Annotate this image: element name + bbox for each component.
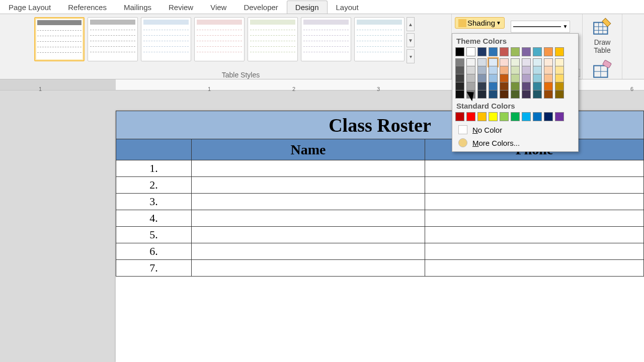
no-color-option[interactable]: No Color: [455, 123, 575, 136]
color-swatch[interactable]: [455, 90, 464, 99]
color-swatch[interactable]: [555, 58, 564, 66]
color-swatch[interactable]: [489, 74, 498, 82]
color-swatch[interactable]: [489, 90, 498, 99]
table-cell[interactable]: [192, 194, 425, 210]
color-swatch[interactable]: [544, 90, 553, 99]
color-swatch[interactable]: [533, 82, 542, 90]
color-swatch[interactable]: [477, 47, 487, 56]
color-swatch[interactable]: [489, 66, 498, 74]
table-cell[interactable]: [192, 243, 425, 260]
color-swatch[interactable]: [511, 90, 520, 99]
table-cell[interactable]: [192, 227, 425, 243]
color-swatch[interactable]: [544, 47, 553, 56]
color-swatch[interactable]: [533, 66, 542, 74]
table-row-number[interactable]: 1.: [116, 160, 192, 177]
color-swatch[interactable]: [500, 112, 509, 121]
color-swatch[interactable]: [466, 112, 475, 121]
table-style-option[interactable]: [141, 17, 191, 61]
table-cell[interactable]: [425, 210, 644, 227]
color-swatch[interactable]: [477, 90, 487, 99]
color-swatch[interactable]: [511, 47, 520, 56]
color-swatch[interactable]: [477, 66, 487, 74]
color-swatch[interactable]: [477, 112, 487, 121]
color-swatch[interactable]: [533, 74, 542, 82]
color-swatch[interactable]: [466, 47, 475, 56]
color-swatch[interactable]: [466, 90, 475, 99]
table-cell[interactable]: [425, 227, 644, 243]
color-swatch[interactable]: [533, 90, 542, 99]
color-swatch[interactable]: [511, 66, 520, 74]
tab-page-layout[interactable]: Page Layout: [0, 1, 59, 14]
color-swatch[interactable]: [466, 74, 475, 82]
color-swatch[interactable]: [555, 74, 564, 82]
color-swatch[interactable]: [500, 90, 509, 99]
color-swatch[interactable]: [522, 58, 531, 66]
color-swatch[interactable]: [455, 74, 464, 82]
table-row-number[interactable]: 6.: [116, 243, 192, 260]
color-swatch[interactable]: [555, 112, 564, 121]
tab-design[interactable]: Design: [287, 1, 328, 14]
color-swatch[interactable]: [455, 47, 464, 56]
color-swatch[interactable]: [522, 66, 531, 74]
color-swatch[interactable]: [533, 112, 542, 121]
color-swatch[interactable]: [544, 74, 553, 82]
color-swatch[interactable]: [544, 58, 553, 66]
color-swatch[interactable]: [511, 58, 520, 66]
table-cell[interactable]: [425, 243, 644, 260]
tab-references[interactable]: References: [59, 1, 115, 14]
color-swatch[interactable]: [466, 82, 475, 90]
color-swatch[interactable]: [522, 90, 531, 99]
color-swatch[interactable]: [511, 82, 520, 90]
gallery-scroll-up[interactable]: ▲: [407, 17, 415, 31]
table-style-option[interactable]: [354, 17, 405, 61]
color-swatch[interactable]: [533, 47, 542, 56]
color-swatch[interactable]: [489, 112, 498, 121]
gallery-scroll-down[interactable]: ▼: [407, 33, 415, 47]
more-colors-option[interactable]: More Colors...: [455, 136, 575, 149]
table-style-option[interactable]: [194, 17, 245, 61]
color-swatch[interactable]: [500, 47, 509, 56]
tab-developer[interactable]: Developer: [235, 1, 286, 14]
color-swatch[interactable]: [555, 66, 564, 74]
color-swatch[interactable]: [544, 66, 553, 74]
color-swatch[interactable]: [500, 74, 509, 82]
table-header-cell[interactable]: Name: [192, 139, 425, 160]
table-row-number[interactable]: 7.: [116, 260, 192, 277]
table-cell[interactable]: [192, 177, 425, 194]
color-swatch[interactable]: [500, 66, 509, 74]
color-swatch[interactable]: [522, 112, 531, 121]
color-swatch[interactable]: [477, 82, 487, 90]
tab-mailings[interactable]: Mailings: [115, 1, 160, 14]
color-swatch[interactable]: [489, 47, 498, 56]
color-swatch[interactable]: [522, 82, 531, 90]
color-swatch[interactable]: [511, 112, 520, 121]
tab-view[interactable]: View: [202, 1, 235, 14]
color-swatch[interactable]: [522, 74, 531, 82]
color-swatch[interactable]: [522, 47, 531, 56]
table-cell[interactable]: [425, 160, 644, 177]
color-swatch[interactable]: [555, 47, 564, 56]
table-cell[interactable]: [192, 210, 425, 227]
color-swatch[interactable]: [533, 58, 542, 66]
draw-table-button[interactable]: Draw Table: [587, 16, 618, 54]
table-style-option[interactable]: [88, 17, 138, 61]
color-swatch[interactable]: [466, 66, 475, 74]
color-swatch[interactable]: [500, 58, 509, 66]
color-swatch[interactable]: [489, 58, 498, 66]
color-swatch[interactable]: [544, 82, 553, 90]
color-swatch[interactable]: [477, 74, 487, 82]
table-header-cell[interactable]: [116, 139, 192, 160]
color-swatch[interactable]: [455, 58, 464, 66]
table-row-number[interactable]: 3.: [116, 194, 192, 210]
color-swatch[interactable]: [455, 112, 464, 121]
color-swatch[interactable]: [500, 82, 509, 90]
tab-review[interactable]: Review: [160, 1, 202, 14]
border-style-dropdown[interactable]: ▼: [511, 21, 570, 33]
color-swatch[interactable]: [544, 112, 553, 121]
table-style-option[interactable]: [248, 17, 298, 61]
color-swatch[interactable]: [466, 58, 475, 66]
color-swatch[interactable]: [511, 74, 520, 82]
color-swatch[interactable]: [555, 90, 564, 99]
table-style-option[interactable]: [34, 17, 85, 61]
table-style-option[interactable]: [301, 17, 351, 61]
